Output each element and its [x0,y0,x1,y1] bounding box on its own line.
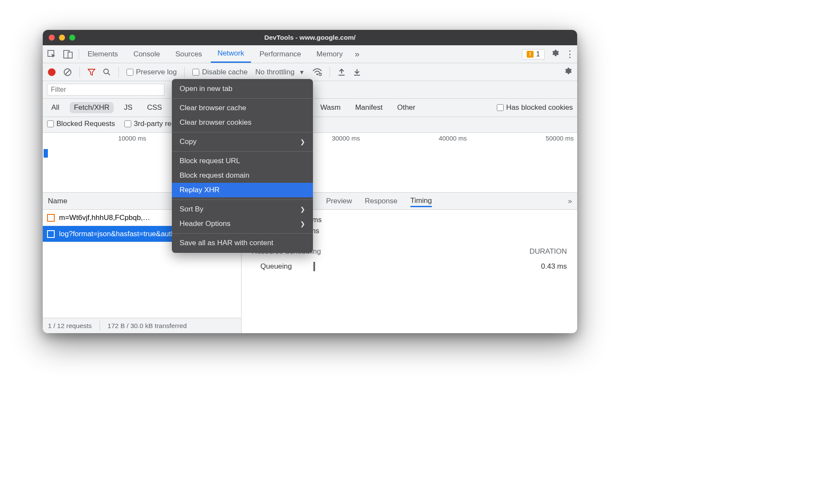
timeline-tick: 10000 ms [43,135,150,142]
issue-count: 1 [536,50,540,58]
issues-badge[interactable]: ! 1 [522,49,545,59]
chevron-right-icon: ❯ [300,138,305,145]
timeline-tick: 50000 ms [470,135,577,142]
traffic-lights [43,35,75,41]
upload-har-icon[interactable] [338,68,345,76]
filter-input[interactable] [47,84,165,96]
context-menu-item[interactable]: Open in new tab [172,82,313,96]
gear-icon[interactable] [551,49,559,59]
context-menu-item[interactable]: Clear browser cookies [172,115,313,130]
request-list-footer: 1 / 12 requests 172 B / 30.0 kB transfer… [43,318,241,333]
blocked-requests-checkbox[interactable]: Blocked Requests [47,120,115,128]
svg-line-4 [65,70,70,74]
request-type-icon [47,214,55,222]
titlebar: DevTools - www.google.com/ [43,30,577,45]
tab-network[interactable]: Network [211,45,251,63]
context-menu-item[interactable]: Block request URL [172,154,313,168]
disable-cache-checkbox[interactable]: Disable cache [192,68,248,76]
kebab-menu-icon[interactable]: ⋮ [565,49,574,60]
svg-rect-2 [68,52,72,58]
context-menu-separator [172,98,313,99]
throttling-select[interactable]: No throttling ▼ [255,68,305,76]
detail-tab-response[interactable]: Response [365,197,398,205]
filter-type-manifest[interactable]: Manifest [351,102,387,113]
search-icon[interactable] [103,68,111,76]
more-detail-tabs-icon[interactable]: » [568,197,572,205]
chevron-down-icon: ▼ [299,69,305,76]
timeline-tick: 40000 ms [363,135,470,142]
tab-memory[interactable]: Memory [310,45,349,63]
status-requests: 1 / 12 requests [48,322,92,330]
preserve-log-checkbox[interactable]: Preserve log [127,68,177,76]
window-title: DevTools - www.google.com/ [43,34,577,41]
network-settings-gear-icon[interactable] [563,67,572,77]
context-menu-separator [172,151,313,152]
filter-icon[interactable] [88,68,95,76]
detail-tab-preview[interactable]: Preview [326,197,352,205]
request-name: m=Wt6vjf,hhhU8,FCpbqb,… [59,214,150,222]
device-toggle-icon[interactable] [62,49,74,60]
status-transferred: 172 B / 30.0 kB transferred [108,322,187,330]
separator [79,49,79,59]
tab-elements[interactable]: Elements [81,45,125,63]
separator [118,67,119,77]
svg-line-6 [108,73,110,75]
separator [184,67,185,77]
network-conditions-icon[interactable] [313,68,322,76]
close-icon[interactable] [49,35,55,41]
context-menu-item[interactable]: Clear browser cache [172,101,313,115]
filter-type-fetch-xhr[interactable]: Fetch/XHR [70,102,114,113]
tab-sources[interactable]: Sources [168,45,209,63]
filter-type-wasm[interactable]: Wasm [316,102,345,113]
filter-type-css[interactable]: CSS [143,102,166,113]
context-menu-separator [172,132,313,132]
clear-icon[interactable] [63,68,72,76]
chevron-right-icon: ❯ [300,206,305,213]
request-name: log?format=json&hasfast=true&auth… [59,230,182,238]
context-menu-separator [172,199,313,200]
separator [80,67,80,77]
blocked-cookies-checkbox[interactable]: Has blocked cookies [497,103,573,112]
filter-type-all[interactable]: All [47,102,64,113]
svg-point-7 [316,73,318,75]
context-menu: Open in new tabClear browser cacheClear … [172,79,313,253]
context-menu-item[interactable]: Block request domain [172,168,313,183]
request-type-icon [47,230,55,238]
context-menu-item[interactable]: Replay XHR [172,183,313,197]
timeline-request-marker [44,149,48,158]
tab-console[interactable]: Console [127,45,167,63]
inspect-icon[interactable] [46,49,57,60]
chevron-right-icon: ❯ [300,220,305,227]
network-toolbar: Preserve log Disable cache No throttling… [43,63,577,81]
queueing-duration: 0.43 ms [541,262,567,271]
filter-type-js[interactable]: JS [120,102,137,113]
download-har-icon[interactable] [353,68,361,76]
detail-tab-timing[interactable]: Timing [410,196,432,207]
svg-point-5 [104,69,109,73]
context-menu-item[interactable]: Header Options❯ [172,217,313,231]
record-button[interactable] [48,68,56,76]
minimize-icon[interactable] [59,35,65,41]
panel-tabs: ElementsConsoleSourcesNetworkPerformance… [43,45,577,63]
context-menu-separator [172,233,313,234]
duration-label: DURATION [529,247,567,256]
context-menu-item[interactable]: Copy❯ [172,135,313,149]
tab-performance[interactable]: Performance [253,45,308,63]
queueing-bar [313,262,315,271]
more-tabs-icon[interactable]: » [355,49,360,59]
context-menu-item[interactable]: Save all as HAR with content [172,236,313,250]
separator [330,67,330,77]
warning-icon: ! [527,51,534,58]
maximize-icon[interactable] [69,35,75,41]
context-menu-item[interactable]: Sort By❯ [172,202,313,217]
filter-type-other[interactable]: Other [393,102,420,113]
queueing-label: Queueing [252,262,292,271]
